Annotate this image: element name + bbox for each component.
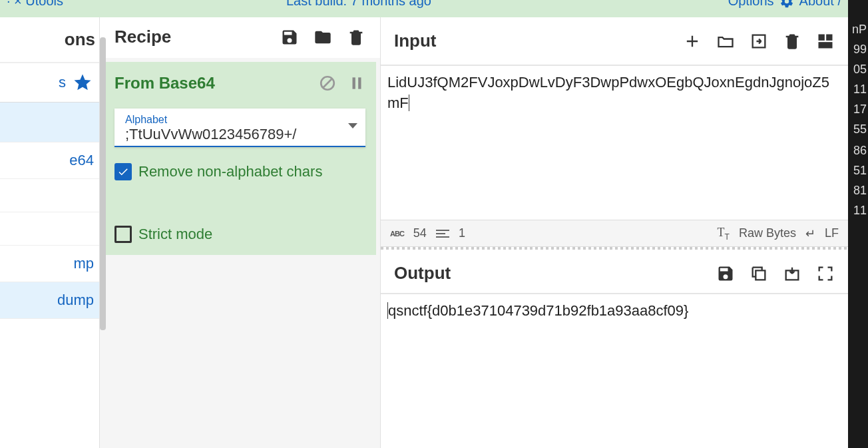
right-code-strip: nP99 0511 1755 86 5181 11 xyxy=(848,0,868,448)
options-link[interactable]: Options xyxy=(728,0,774,9)
lines-icon xyxy=(436,228,449,240)
list-item[interactable] xyxy=(0,179,99,212)
eol-label[interactable]: LF xyxy=(825,226,839,240)
list-item[interactable]: e64 xyxy=(0,142,99,179)
alphabet-value: ;TtUuVvWw0123456789+/ xyxy=(125,126,357,143)
list-item[interactable] xyxy=(0,212,99,246)
output-textarea[interactable]: qsnctf{d0b1e37104739d71b92fb1a93aa8cf09} xyxy=(381,294,848,448)
save-icon[interactable] xyxy=(716,264,735,283)
output-title: Output xyxy=(394,263,451,284)
search-text-fragment: s xyxy=(59,74,66,91)
remove-nonalpha-checkbox[interactable]: Remove non-alphabet chars xyxy=(114,163,365,180)
grid-icon[interactable] xyxy=(816,32,835,51)
svg-rect-5 xyxy=(826,34,832,40)
trash-icon[interactable] xyxy=(783,32,801,51)
about-link[interactable]: About / xyxy=(799,0,841,9)
save-icon[interactable] xyxy=(280,28,299,47)
open-folder-icon[interactable] xyxy=(716,32,735,51)
encoding-label[interactable]: Raw Bytes xyxy=(739,226,796,240)
list-item[interactable]: mp xyxy=(0,246,99,282)
operations-list: e64 mp dump xyxy=(0,102,99,319)
text-cursor xyxy=(409,95,413,111)
abc-icon: ABC xyxy=(390,230,404,238)
recipe-title: Recipe xyxy=(114,27,171,47)
operation-card[interactable]: From Base64 Alphabet ;TtUuVvWw0123456789… xyxy=(104,62,376,255)
svg-line-1 xyxy=(324,79,332,88)
line-count: 1 xyxy=(459,226,465,240)
pause-icon[interactable] xyxy=(348,75,365,92)
operations-header: ons xyxy=(0,17,99,63)
operation-title: From Base64 xyxy=(114,74,215,93)
alphabet-label: Alphabet xyxy=(125,114,357,126)
build-info: Last build: 7 months ago xyxy=(286,0,431,9)
svg-rect-2 xyxy=(353,77,355,89)
copy-icon[interactable] xyxy=(750,264,768,283)
svg-rect-6 xyxy=(819,42,833,48)
fullscreen-icon[interactable] xyxy=(816,264,835,283)
input-status-bar: ABC 54 1 TT Raw Bytes ↵ LF xyxy=(381,220,848,248)
svg-rect-4 xyxy=(819,34,825,40)
scrollbar[interactable] xyxy=(100,37,106,330)
add-icon[interactable] xyxy=(683,32,702,51)
input-title: Input xyxy=(394,31,437,51)
char-count: 54 xyxy=(413,226,427,240)
app-title-fragment: · × Utools xyxy=(7,0,63,9)
checkbox-label: Strict mode xyxy=(138,226,212,243)
input-textarea[interactable]: LidUJ3fQM2FVJoxpDwLvDyF3DwpPdwxOEgbQJoxn… xyxy=(381,66,848,220)
text-format-icon[interactable]: TT xyxy=(718,226,730,242)
import-icon[interactable] xyxy=(750,32,768,51)
star-icon[interactable] xyxy=(73,73,93,93)
chevron-down-icon xyxy=(348,123,357,128)
replace-input-icon[interactable] xyxy=(783,264,801,283)
operations-panel: ons s e64 mp dump xyxy=(0,17,100,448)
search-row: s xyxy=(0,63,99,102)
top-bar: · × Utools Last build: 7 months ago Opti… xyxy=(0,0,868,17)
io-panel: Input LidUJ3fQM2FVJoxpDwL xyxy=(381,17,848,448)
checkbox-icon xyxy=(114,163,132,180)
list-item[interactable]: dump xyxy=(0,282,99,319)
checkbox-icon xyxy=(114,226,132,243)
recipe-panel: Recipe From Base64 xyxy=(100,17,381,448)
alphabet-dropdown[interactable]: Alphabet ;TtUuVvWw0123456789+/ xyxy=(114,109,365,147)
checkbox-label: Remove non-alphabet chars xyxy=(138,163,322,180)
svg-rect-3 xyxy=(358,77,361,89)
gear-icon[interactable] xyxy=(779,0,794,9)
folder-icon[interactable] xyxy=(314,28,332,47)
strict-mode-checkbox[interactable]: Strict mode xyxy=(114,226,365,243)
eol-icon[interactable]: ↵ xyxy=(805,226,815,241)
trash-icon[interactable] xyxy=(347,28,365,47)
disable-icon[interactable] xyxy=(319,75,336,92)
list-item[interactable] xyxy=(0,103,99,142)
